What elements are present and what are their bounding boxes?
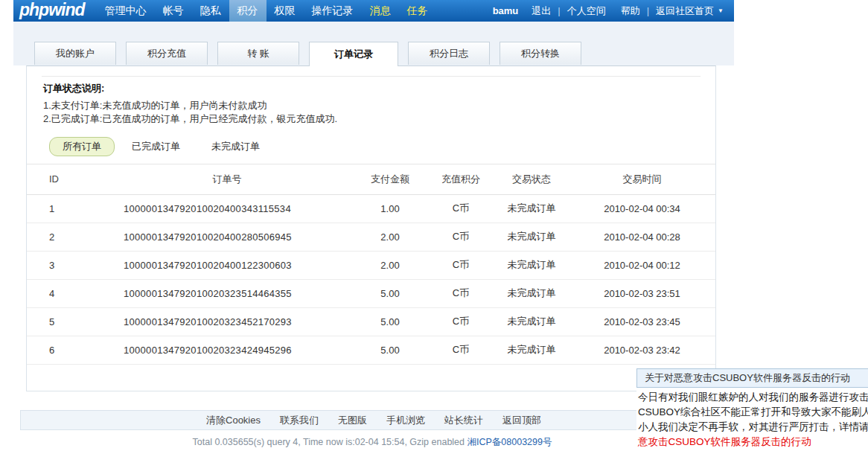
table-row: 2 100000134792010020400280506945 2.00 C币… bbox=[27, 223, 715, 251]
cell-status: 未完成订单 bbox=[494, 194, 569, 223]
cell-id: 6 bbox=[27, 336, 101, 364]
table-header-row: ID 订单号 支付金额 充值积分 交易状态 交易时间 bbox=[27, 164, 715, 194]
popup-title[interactable]: 关于对恶意攻击CSUBOY软件服务器反击的行动 bbox=[636, 368, 868, 388]
notice-line-2: 2.已完成订单:已充值成功的订单，用户已经完成付款，银元充值成功. bbox=[43, 112, 699, 126]
stats-text: Total 0.035655(s) query 4, Time now is:0… bbox=[193, 437, 467, 447]
page: phpwind 管理中心 帐号 隐私 积分 权限 操作记录 消息 任务 bamu… bbox=[0, 0, 868, 451]
tab-credit-recharge[interactable]: 积分充值 bbox=[126, 42, 208, 65]
cell-order-number: 100000134792010020323514464355 bbox=[101, 279, 353, 307]
back-to-community-link[interactable]: 返回社区首页 bbox=[656, 4, 714, 18]
username-link[interactable]: bamu bbox=[493, 5, 519, 16]
popup-line-1: 今日有对我们眼红嫉妒的人对我们的服务器进行攻击导致今 bbox=[638, 390, 868, 405]
nav-item-account[interactable]: 帐号 bbox=[155, 0, 192, 22]
cell-time: 2010-02-03 23:45 bbox=[569, 307, 715, 336]
cell-id: 2 bbox=[27, 223, 101, 251]
cell-status: 未完成订单 bbox=[494, 251, 569, 279]
header-recharge-credit: 充值积分 bbox=[427, 164, 494, 194]
footer-mobile-link[interactable]: 手机浏览 bbox=[386, 414, 425, 427]
cell-amount: 2.00 bbox=[353, 251, 427, 279]
cell-credit: C币 bbox=[427, 279, 494, 307]
nav-item-operation-log[interactable]: 操作记录 bbox=[304, 0, 362, 22]
table-row: 1 100000134792010020400343115534 1.00 C币… bbox=[27, 194, 715, 223]
nav-item-admin-center[interactable]: 管理中心 bbox=[97, 0, 155, 22]
tab-bar: 我的账户 积分充值 转 账 订单记录 积分日志 积分转换 bbox=[34, 42, 591, 66]
top-navigation-bar: phpwind 管理中心 帐号 隐私 积分 权限 操作记录 消息 任务 bamu… bbox=[13, 0, 734, 22]
cell-time: 2010-02-03 23:51 bbox=[569, 279, 715, 307]
cell-order-number: 100000134792010020323424945296 bbox=[101, 336, 353, 364]
popup-line-3-text: 小人我们决定不再手软，对其进行严厉打击，详情请点击 bbox=[638, 421, 868, 432]
cell-order-number: 100000134792010020400280506945 bbox=[101, 223, 353, 251]
help-link[interactable]: 帮助 bbox=[621, 4, 640, 18]
popup-line-4: 意攻击CSUBOY软件服务器反击的行动 bbox=[638, 435, 868, 450]
footer-contact-us-link[interactable]: 联系我们 bbox=[280, 414, 319, 427]
nav-item-tasks[interactable]: 任务 bbox=[399, 0, 436, 22]
footer-back-to-top-link[interactable]: 返回顶部 bbox=[502, 414, 541, 427]
notification-popup: 关于对恶意攻击CSUBOY软件服务器反击的行动 今日有对我们眼红嫉妒的人对我们的… bbox=[636, 368, 868, 450]
chevron-down-icon[interactable]: ▼ bbox=[718, 7, 724, 14]
orders-panel: 订单状态说明: 1.未支付订单:未充值成功的订单，用户尚未付款成功 2.已完成订… bbox=[26, 65, 716, 391]
popup-body: 今日有对我们眼红嫉妒的人对我们的服务器进行攻击导致今 CSUBOY综合社区不能正… bbox=[636, 388, 868, 450]
notice-line-1: 1.未支付订单:未充值成功的订单，用户尚未付款成功 bbox=[43, 99, 699, 112]
tab-credit-exchange[interactable]: 积分转换 bbox=[500, 42, 581, 65]
header-order-number: 订单号 bbox=[101, 164, 353, 194]
nav-separator: | bbox=[647, 5, 649, 16]
header-transaction-time: 交易时间 bbox=[569, 164, 715, 194]
cell-id: 5 bbox=[27, 307, 101, 336]
tab-my-account[interactable]: 我的账户 bbox=[34, 42, 116, 65]
cell-status: 未完成订单 bbox=[494, 336, 569, 364]
popup-red-link[interactable]: 意攻击CSUBOY软件服务器反击的行动 bbox=[638, 436, 811, 447]
tab-credit-log[interactable]: 积分日志 bbox=[408, 42, 490, 65]
notice-title: 订单状态说明: bbox=[43, 82, 699, 95]
cell-status: 未完成订单 bbox=[494, 307, 569, 336]
nav-item-privacy[interactable]: 隐私 bbox=[192, 0, 229, 22]
nav-item-permissions[interactable]: 权限 bbox=[267, 0, 304, 22]
cell-amount: 1.00 bbox=[353, 194, 427, 223]
cell-credit: C币 bbox=[427, 336, 494, 364]
table-row: 4 100000134792010020323514464355 5.00 C币… bbox=[27, 279, 715, 307]
cell-amount: 5.00 bbox=[353, 279, 427, 307]
cell-id: 3 bbox=[27, 251, 101, 279]
filter-completed-orders[interactable]: 已完成订单 bbox=[132, 140, 180, 153]
nav-item-credits[interactable]: 积分 bbox=[229, 0, 267, 22]
table-row: 3 100000134792010020400122300603 2.00 C币… bbox=[27, 251, 715, 279]
cell-status: 未完成订单 bbox=[494, 279, 569, 307]
cell-id: 1 bbox=[27, 194, 101, 223]
filter-incomplete-orders[interactable]: 未完成订单 bbox=[211, 140, 260, 153]
cell-amount: 5.00 bbox=[353, 336, 427, 364]
cell-time: 2010-02-04 00:34 bbox=[569, 194, 715, 223]
logout-link[interactable]: 退出 bbox=[532, 4, 551, 18]
nav-item-messages[interactable]: 消息 bbox=[362, 0, 399, 22]
tab-transfer[interactable]: 转 账 bbox=[217, 42, 299, 65]
table-row: 5 100000134792010020323452170293 5.00 C币… bbox=[27, 307, 715, 336]
phpwind-logo[interactable]: phpwind bbox=[19, 0, 85, 20]
popup-line-2: CSUBOY综合社区不能正常打开和导致大家不能刷人气，对 bbox=[638, 405, 868, 420]
cell-time: 2010-02-03 23:42 bbox=[569, 336, 715, 364]
personal-space-link[interactable]: 个人空间 bbox=[567, 4, 606, 18]
filter-all-orders[interactable]: 所有订单 bbox=[49, 137, 115, 156]
cell-time: 2010-02-04 00:28 bbox=[569, 223, 715, 251]
cell-amount: 5.00 bbox=[353, 307, 427, 336]
cell-id: 4 bbox=[27, 279, 101, 307]
cell-order-number: 100000134792010020400122300603 bbox=[101, 251, 353, 279]
order-filters: 所有订单 已完成订单 未完成订单 bbox=[27, 126, 715, 164]
cell-credit: C币 bbox=[427, 307, 494, 336]
tab-order-records[interactable]: 订单记录 bbox=[309, 42, 398, 66]
footer-text-version-link[interactable]: 无图版 bbox=[338, 414, 367, 427]
header-transaction-status: 交易状态 bbox=[494, 164, 569, 194]
cell-credit: C币 bbox=[427, 223, 494, 251]
header-id: ID bbox=[27, 164, 101, 194]
cell-amount: 2.00 bbox=[353, 223, 427, 251]
cell-order-number: 100000134792010020400343115534 bbox=[101, 194, 353, 223]
footer-clear-cookies-link[interactable]: 清除Cookies bbox=[206, 414, 261, 427]
footer-site-stats-link[interactable]: 站长统计 bbox=[444, 414, 483, 427]
nav-user-area: bamu 退出 | 个人空间 帮助 | 返回社区首页 ▼ bbox=[493, 4, 734, 18]
cell-credit: C币 bbox=[427, 194, 494, 223]
popup-line-3: 小人我们决定不再手软，对其进行严厉打击，详情请点击关 bbox=[638, 420, 868, 435]
cell-status: 未完成订单 bbox=[494, 223, 569, 251]
header-payment-amount: 支付金额 bbox=[353, 164, 427, 194]
nav-separator: | bbox=[558, 5, 560, 16]
footer-bar: 清除Cookies 联系我们 无图版 手机浏览 站长统计 返回顶部 bbox=[20, 410, 727, 430]
order-status-notice: 订单状态说明: 1.未支付订单:未充值成功的订单，用户尚未付款成功 2.已完成订… bbox=[27, 77, 715, 126]
icp-license-link[interactable]: 湘ICP备08003299号 bbox=[467, 437, 552, 447]
cell-order-number: 100000134792010020323452170293 bbox=[101, 307, 353, 336]
